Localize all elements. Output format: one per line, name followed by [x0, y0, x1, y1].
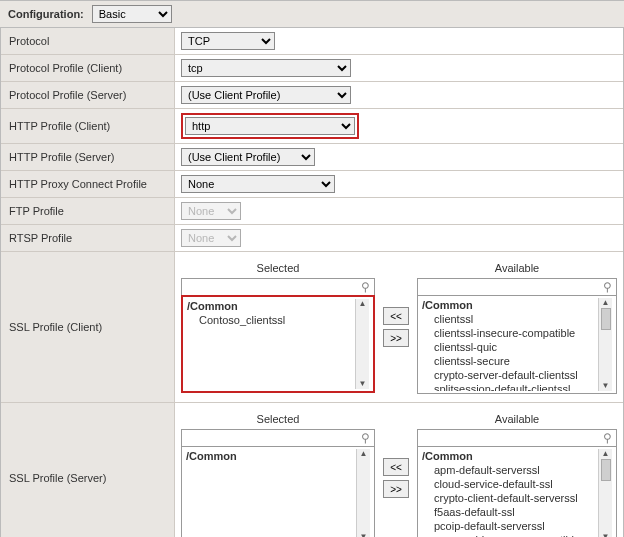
- list-item[interactable]: Contoso_clientssl: [187, 313, 355, 327]
- chevron-down-icon[interactable]: ▼: [602, 381, 610, 391]
- search-icon: ⚲: [599, 431, 616, 445]
- chevron-down-icon[interactable]: ▼: [360, 532, 368, 537]
- list-item[interactable]: splitsession-default-clientssl: [422, 382, 598, 391]
- list-item[interactable]: serverssl-insecure-compatible: [422, 533, 598, 537]
- row-protocol-label: Protocol: [1, 28, 175, 55]
- row-proxy-label: HTTP Proxy Connect Profile: [1, 171, 175, 198]
- row-http-client-label: HTTP Profile (Client): [1, 109, 175, 144]
- list-item[interactable]: clientssl-insecure-compatible: [422, 326, 598, 340]
- chevron-up-icon[interactable]: ▲: [602, 449, 610, 459]
- row-ssl-client-label: SSL Profile (Client): [1, 252, 175, 403]
- config-table: Protocol TCP Protocol Profile (Client) t…: [1, 28, 623, 537]
- chevron-up-icon[interactable]: ▲: [360, 449, 368, 459]
- scrollbar[interactable]: ▲ ▼: [355, 299, 369, 389]
- selected-header: Selected: [181, 411, 375, 429]
- http-server-select[interactable]: (Use Client Profile): [181, 148, 315, 166]
- ssl-server-available-search-input[interactable]: [418, 430, 599, 446]
- list-item: /Common: [422, 449, 598, 463]
- list-item: /Common: [187, 299, 355, 313]
- row-proto-server-label: Protocol Profile (Server): [1, 82, 175, 109]
- scrollbar-thumb[interactable]: [601, 308, 611, 330]
- scrollbar[interactable]: ▲ ▼: [598, 449, 612, 537]
- available-header: Available: [417, 411, 617, 429]
- ssl-client-selected-search: ⚲: [181, 278, 375, 296]
- list-item[interactable]: clientssl-secure: [422, 354, 598, 368]
- row-ftp-label: FTP Profile: [1, 198, 175, 225]
- ssl-client-available-search: ⚲: [417, 278, 617, 296]
- chevron-down-icon[interactable]: ▼: [359, 379, 367, 389]
- row-http-server-label: HTTP Profile (Server): [1, 144, 175, 171]
- list-item[interactable]: crypto-client-default-serverssl: [422, 491, 598, 505]
- row-rtsp-label: RTSP Profile: [1, 225, 175, 252]
- search-icon: ⚲: [599, 280, 616, 294]
- search-icon: ⚲: [357, 280, 374, 294]
- ssl-server-available-col: Available ⚲ /Common apm-default-serverss…: [417, 411, 617, 537]
- row-proto-client-label: Protocol Profile (Client): [1, 55, 175, 82]
- list-item[interactable]: pcoip-default-serverssl: [422, 519, 598, 533]
- ssl-server-available-list[interactable]: /Common apm-default-serverssl cloud-serv…: [417, 447, 617, 537]
- scrollbar-thumb[interactable]: [601, 459, 611, 481]
- http-client-select[interactable]: http: [185, 117, 355, 135]
- list-item[interactable]: crypto-server-default-clientssl: [422, 368, 598, 382]
- config-bar: Configuration: Basic: [0, 0, 624, 28]
- row-ssl-server-label: SSL Profile (Server): [1, 403, 175, 538]
- scrollbar[interactable]: ▲ ▼: [598, 298, 612, 391]
- move-right-button[interactable]: >>: [383, 480, 409, 498]
- ssl-client-selected-col: Selected ⚲ /Common Contoso_clientssl ▲ ▼: [181, 260, 375, 394]
- ssl-server-available-search: ⚲: [417, 429, 617, 447]
- list-item: /Common: [422, 298, 598, 312]
- ssl-server-selected-col: Selected ⚲ /Common ▲ ▼: [181, 411, 375, 537]
- chevron-down-icon[interactable]: ▼: [602, 532, 610, 537]
- ssl-server-selected-search-input[interactable]: [182, 430, 357, 446]
- move-left-button[interactable]: <<: [383, 307, 409, 325]
- move-left-button[interactable]: <<: [383, 458, 409, 476]
- proxy-select[interactable]: None: [181, 175, 335, 193]
- ssl-client-available-search-input[interactable]: [418, 279, 599, 295]
- http-client-highlight: http: [181, 113, 359, 139]
- scrollbar[interactable]: ▲ ▼: [356, 449, 370, 537]
- available-header: Available: [417, 260, 617, 278]
- list-item[interactable]: f5aas-default-ssl: [422, 505, 598, 519]
- ssl-server-selected-search: ⚲: [181, 429, 375, 447]
- ssl-client-available-list[interactable]: /Common clientssl clientssl-insecure-com…: [417, 296, 617, 394]
- ftp-select: None: [181, 202, 241, 220]
- list-item: /Common: [186, 449, 356, 463]
- list-item[interactable]: clientssl: [422, 312, 598, 326]
- config-label: Configuration:: [8, 8, 84, 20]
- move-right-button[interactable]: >>: [383, 329, 409, 347]
- ssl-client-selected-search-input[interactable]: [182, 279, 357, 295]
- rtsp-select: None: [181, 229, 241, 247]
- chevron-up-icon[interactable]: ▲: [602, 298, 610, 308]
- protocol-select[interactable]: TCP: [181, 32, 275, 50]
- chevron-up-icon[interactable]: ▲: [359, 299, 367, 309]
- ssl-client-available-col: Available ⚲ /Common clientssl clientssl-…: [417, 260, 617, 394]
- list-item[interactable]: cloud-service-default-ssl: [422, 477, 598, 491]
- ssl-server-selected-list[interactable]: /Common ▲ ▼: [181, 447, 375, 537]
- list-item[interactable]: apm-default-serverssl: [422, 463, 598, 477]
- list-item[interactable]: clientssl-quic: [422, 340, 598, 354]
- proto-server-select[interactable]: (Use Client Profile): [181, 86, 351, 104]
- search-icon: ⚲: [357, 431, 374, 445]
- ssl-client-selected-list[interactable]: /Common Contoso_clientssl ▲ ▼: [181, 295, 375, 393]
- selected-header: Selected: [181, 260, 375, 278]
- proto-client-select[interactable]: tcp: [181, 59, 351, 77]
- config-select[interactable]: Basic: [92, 5, 172, 23]
